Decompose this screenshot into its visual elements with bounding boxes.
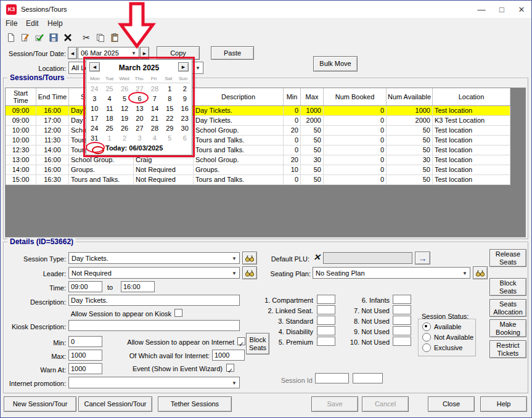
copy-toolbar-button[interactable]	[94, 31, 107, 44]
seating-plan-search-button[interactable]	[473, 266, 488, 279]
event-checkbox[interactable]	[226, 364, 234, 372]
calendar-day[interactable]: 14	[147, 104, 162, 113]
help-button[interactable]: Help	[480, 396, 527, 412]
save-button[interactable]: Save	[311, 396, 358, 412]
make-booking-button[interactable]: Make Booking	[489, 319, 526, 337]
session-row[interactable]: 13:0016:00School Group.CraigSchool Group…	[6, 155, 510, 165]
seating-plan-combobox[interactable]: No Seating Plan ▼	[313, 267, 470, 279]
calendar-day[interactable]: 29	[162, 123, 177, 133]
restrict-tickets-button[interactable]: Restrict Tickets	[489, 340, 526, 358]
calendar-day[interactable]: 23	[178, 113, 192, 123]
cancel-session-button[interactable]: Cancel Session/Tour	[78, 396, 152, 412]
seat-class-input[interactable]	[393, 337, 411, 346]
new-session-button[interactable]: New Session/Tour	[4, 396, 76, 412]
assign-plu-button[interactable]: →	[415, 252, 430, 264]
internet-avail-input[interactable]	[212, 350, 245, 361]
seats-allocation-button[interactable]: Seats Allocation	[489, 299, 526, 317]
calendar-today-row[interactable]: Today: 06/03/2025	[87, 143, 192, 155]
calendar-day[interactable]: 21	[147, 113, 162, 123]
bulk-move-button[interactable]: Bulk Move	[313, 56, 358, 72]
session-id-input-2[interactable]	[353, 373, 383, 383]
kiosk-description-input[interactable]	[68, 320, 240, 331]
session-row[interactable]: 15:0016:30Tours and Talks.Not RequiredTo…	[6, 175, 510, 185]
session-row[interactable]: 09:0016:00Day Tickets.Not RequiredDay Ti…	[6, 106, 510, 116]
menu-file[interactable]: File	[6, 19, 17, 28]
calendar-day[interactable]: 7	[147, 94, 162, 104]
calendar-day[interactable]: 10	[87, 104, 102, 113]
calendar-day[interactable]: 8	[162, 94, 177, 104]
calendar-day[interactable]: 20	[132, 113, 147, 123]
calendar-day[interactable]: 12	[117, 104, 132, 113]
session-row[interactable]: 12:3014:00Tours and Talks.Not RequiredTo…	[6, 145, 510, 155]
session-row[interactable]: 14:0016:00Groups.Not RequiredGroups.1050…	[6, 165, 510, 175]
session-row[interactable]: 10:0011:30Tours and Talks.Not RequiredTo…	[6, 136, 510, 145]
calendar-day[interactable]: 26	[117, 84, 132, 94]
calendar-day[interactable]: 28	[147, 123, 162, 133]
leader-search-button[interactable]	[242, 266, 257, 279]
calendar-day[interactable]: 19	[117, 113, 132, 123]
minimize-button[interactable]: —	[472, 1, 491, 18]
calendar-day[interactable]: 11	[102, 104, 117, 113]
calendar-day[interactable]: 31	[87, 133, 102, 143]
calendar-day[interactable]: 3	[87, 94, 102, 104]
toolbar-save-button[interactable]	[47, 31, 60, 44]
calendar-day[interactable]: 27	[132, 84, 147, 94]
seat-class-input[interactable]	[393, 326, 411, 335]
tether-sessions-button[interactable]: Tether Sessions	[158, 396, 232, 412]
close-button-footer[interactable]: Close	[428, 396, 475, 412]
cut-button[interactable]: ✂	[80, 31, 93, 44]
session-type-combobox[interactable]: Day Tickets. ▼	[68, 252, 240, 264]
calendar-day[interactable]: 24	[87, 123, 102, 133]
calendar-day[interactable]: 5	[117, 94, 132, 104]
calendar-day[interactable]: 27	[132, 123, 147, 133]
calendar-day[interactable]: 6	[132, 94, 147, 104]
calendar-day[interactable]: 26	[117, 123, 132, 133]
description-input[interactable]	[68, 295, 240, 306]
calendar-day[interactable]: 17	[87, 113, 102, 123]
calendar-day[interactable]: 2	[178, 84, 192, 94]
session-type-search-button[interactable]	[242, 252, 257, 264]
release-seats-button[interactable]: Release Seats	[489, 249, 526, 267]
calendar-day[interactable]: 25	[102, 123, 117, 133]
menu-help[interactable]: Help	[47, 19, 63, 28]
radio-available[interactable]: Available	[422, 322, 474, 331]
edit-button[interactable]	[18, 31, 32, 44]
calendar-day[interactable]: 4	[102, 94, 117, 104]
calendar-day[interactable]: 3	[132, 133, 147, 143]
radio-not-available[interactable]: Not Available	[422, 333, 474, 342]
date-next-button[interactable]: ▶	[140, 47, 149, 59]
menu-edit[interactable]: Edit	[26, 19, 39, 28]
min-input[interactable]	[68, 336, 102, 347]
session-row[interactable]: 09:0017:00Day Tickets.Not RequiredDay Ti…	[6, 116, 510, 126]
kiosk-checkbox[interactable]	[174, 309, 182, 317]
session-id-input-1[interactable]	[315, 373, 349, 383]
internet-promotion-combobox[interactable]: ▼	[68, 377, 240, 388]
calendar-day[interactable]: 25	[102, 84, 117, 94]
session-row[interactable]: 10:0012:00School Group.Not RequiredSchoo…	[6, 126, 510, 136]
calendar-day[interactable]: 1	[162, 84, 177, 94]
calendar-day[interactable]: 15	[162, 104, 177, 113]
time-to-input[interactable]	[121, 281, 155, 292]
calendar-day[interactable]: 30	[178, 123, 192, 133]
calendar-next-button[interactable]: ▶	[178, 62, 189, 72]
calendar-day[interactable]: 28	[147, 84, 162, 94]
confirm-button[interactable]	[33, 31, 46, 44]
calendar-day[interactable]: 6	[178, 133, 192, 143]
copy-session-button[interactable]: Copy	[157, 46, 200, 60]
warn-at-input[interactable]	[68, 363, 102, 374]
calendar-day[interactable]: 24	[87, 84, 102, 94]
leader-combobox[interactable]: Not Required ▼	[68, 267, 240, 279]
paste-button-toolbar[interactable]	[108, 31, 121, 44]
default-plu-field[interactable]	[323, 252, 412, 264]
time-from-input[interactable]	[68, 281, 102, 292]
close-button[interactable]: ✕	[512, 1, 531, 18]
calendar-day[interactable]: 2	[117, 133, 132, 143]
cancel-button[interactable]: Cancel	[362, 396, 409, 412]
block-seats-button[interactable]: Block Seats	[489, 278, 526, 296]
seat-class-input[interactable]	[393, 305, 411, 314]
seat-class-input[interactable]	[393, 316, 411, 325]
calendar-day[interactable]: 13	[132, 104, 147, 113]
paste-session-button[interactable]: Paste	[211, 46, 254, 60]
calendar-day[interactable]: 18	[102, 113, 117, 123]
calendar-day[interactable]: 4	[147, 133, 162, 143]
